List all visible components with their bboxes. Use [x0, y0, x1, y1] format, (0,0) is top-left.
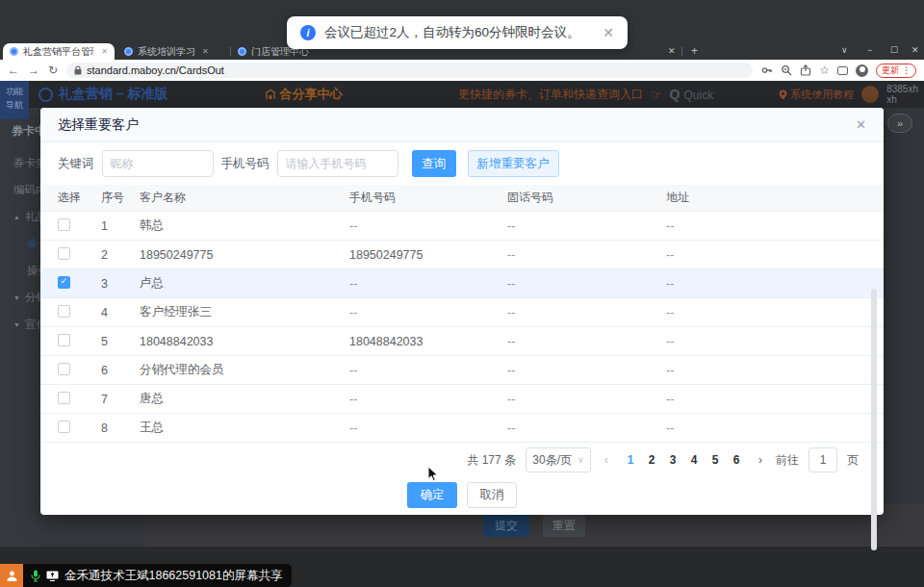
forward-icon[interactable]: → [28, 64, 39, 76]
reload-icon[interactable]: ↻ [48, 64, 58, 76]
table-cell: 韩总 [140, 217, 349, 234]
person-icon [6, 570, 18, 582]
table-cell: -- [349, 306, 507, 319]
tutorial-link[interactable]: 系统使用教程 [779, 88, 854, 102]
page-number[interactable]: 2 [643, 453, 660, 467]
sidebar-nav-toggle[interactable]: 功能 导航 [0, 81, 29, 119]
table-row[interactable]: 8王总------ [40, 414, 884, 443]
search-q-icon: Q [670, 87, 680, 102]
row-checkbox[interactable] [58, 392, 70, 404]
brand-logo-icon [38, 88, 53, 102]
row-checkbox[interactable] [58, 334, 70, 346]
table-row[interactable]: 4客户经理张三------ [40, 298, 884, 327]
add-customer-button[interactable]: 新增重要客户 [468, 150, 559, 177]
reset-button[interactable]: 重置 [543, 514, 585, 537]
table-row[interactable]: 7唐总------ [40, 385, 884, 414]
tab-title: 礼盒营销平台管理中心 [23, 45, 94, 59]
row-checkbox[interactable] [58, 305, 70, 318]
side-panel-icon[interactable] [837, 66, 848, 75]
window-close-icon[interactable]: ✕ [911, 45, 919, 55]
goto-label: 前往 [776, 452, 799, 469]
row-checkbox[interactable] [58, 276, 70, 289]
table-cell: -- [666, 219, 884, 233]
table-row[interactable]: 51804884203318048842033---- [40, 327, 884, 356]
customer-table: 选择序号客户名称手机号码固话号码地址 1韩总------218950249775… [40, 185, 884, 443]
page-number[interactable]: 6 [728, 453, 745, 467]
quick-search[interactable]: Q Quick [670, 87, 714, 102]
update-button[interactable]: 更新 ⋮ [876, 64, 916, 78]
table-cell: 6 [101, 364, 140, 377]
update-label: 更新 [882, 64, 899, 77]
tutorial-label: 系统使用教程 [790, 88, 854, 102]
panel-expand-toggle[interactable]: » [887, 114, 912, 133]
tab-close-icon[interactable]: ✕ [668, 46, 676, 56]
table-cell: -- [507, 393, 666, 406]
goto-page-input[interactable] [808, 447, 837, 472]
table-cell: -- [507, 306, 666, 319]
row-checkbox[interactable] [58, 218, 70, 231]
table-cell: -- [507, 219, 666, 233]
user-avatar[interactable] [861, 86, 879, 103]
tab-close-icon[interactable]: ✕ [101, 47, 108, 56]
page-number[interactable]: 3 [664, 453, 681, 467]
zoom-icon[interactable] [781, 64, 792, 76]
tab-menu-icon[interactable]: ∨ [841, 45, 848, 55]
total-count: 共 177 条 [467, 452, 516, 469]
meeting-app-icon[interactable] [0, 564, 23, 587]
prev-page-icon[interactable]: ‹ [601, 453, 612, 467]
favicon [10, 47, 18, 56]
toast-close-icon[interactable]: ✕ [603, 25, 614, 40]
phone-input[interactable] [277, 150, 398, 177]
table-cell: 18048842033 [140, 335, 349, 348]
submit-button[interactable]: 提交 [483, 514, 529, 537]
new-tab-button[interactable]: + [691, 44, 698, 58]
row-checkbox[interactable] [58, 421, 70, 433]
table-cell: 王总 [140, 420, 349, 436]
row-checkbox[interactable] [58, 363, 70, 375]
browser-tab-1[interactable]: 礼盒营销平台管理中心 ✕ [3, 43, 115, 60]
page-number[interactable]: 4 [685, 453, 703, 467]
url-field[interactable]: standard.maboy.cn/CardsOut [66, 63, 753, 78]
keyword-input[interactable] [102, 150, 214, 177]
page-size-select[interactable]: 30条/页 ∨ [526, 447, 591, 472]
share-center-link[interactable]: 合分享中心 [265, 86, 343, 103]
info-icon: i [300, 25, 316, 40]
page-number[interactable]: 1 [622, 453, 639, 467]
minimize-icon[interactable]: − [867, 45, 872, 55]
page-size-value: 30条/页 [532, 452, 572, 469]
column-header: 手机号码 [349, 190, 507, 206]
page-number[interactable]: 5 [706, 453, 724, 467]
table-cell: 2 [101, 248, 140, 262]
table-row[interactable]: 6分销代理的会员------ [40, 356, 884, 385]
back-icon[interactable]: ← [8, 64, 19, 76]
bookmark-star-icon[interactable]: ☆ [819, 64, 830, 76]
page-numbers: 123456 [622, 453, 745, 467]
brand-name: 礼盒营销 – 标准版 [59, 86, 168, 103]
key-icon[interactable] [761, 64, 773, 76]
table-cell: -- [666, 364, 884, 377]
toast-message: 会议已超过2人，自动转为60分钟限时会议。 [324, 24, 580, 41]
column-header: 客户名称 [140, 190, 349, 206]
row-checkbox[interactable] [58, 247, 70, 260]
query-button[interactable]: 查询 [412, 150, 456, 177]
table-cell: 唐总 [140, 391, 349, 407]
share-center-label: 合分享中心 [280, 86, 343, 103]
modal-footer: 确定 取消 [40, 482, 884, 515]
cancel-button[interactable]: 取消 [467, 482, 517, 508]
table-row[interactable]: 1韩总------ [40, 212, 884, 241]
url-text: standard.maboy.cn/CardsOut [87, 64, 224, 76]
browser-tab-2[interactable]: 系统培训学习 ✕ [117, 43, 228, 60]
maximize-icon[interactable]: ☐ [890, 45, 898, 55]
share-icon[interactable] [800, 64, 811, 76]
tab-close-icon[interactable]: ✕ [202, 47, 209, 56]
table-row[interactable]: 21895024977518950249775---- [40, 241, 884, 269]
chrome-menu-icon[interactable]: ⋮ [902, 65, 911, 75]
modal-close-icon[interactable]: ✕ [856, 117, 866, 132]
profile-avatar[interactable] [856, 64, 868, 77]
table-cell: 1 [101, 219, 140, 233]
select-customer-modal: 选择重要客户 ✕ 关键词 手机号码 查询 新增重要客户 选择序号客户名称手机号码… [40, 108, 884, 515]
table-cell: -- [666, 393, 884, 406]
table-cell: -- [666, 335, 884, 348]
table-row[interactable]: 3卢总------ [40, 269, 884, 298]
next-page-icon[interactable]: › [755, 453, 766, 467]
